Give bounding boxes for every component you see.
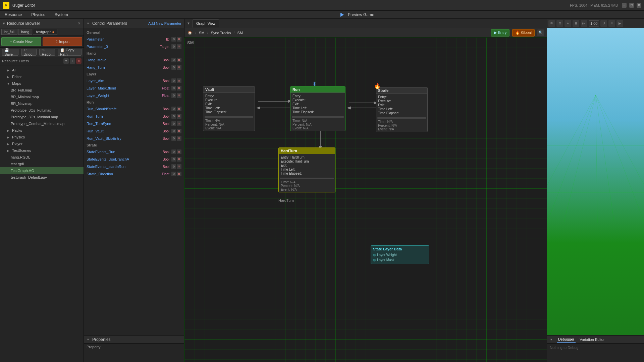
param-name-parameter[interactable]: Parameter bbox=[87, 37, 158, 41]
param-settings-run-shouldstrafe[interactable]: ⚙ bbox=[171, 107, 176, 111]
param-delete-stateevents-run[interactable]: ✕ bbox=[177, 149, 181, 154]
graph-canvas[interactable]: SM ✳ 🔥 Vault Entry: Execute: Exit: Time … bbox=[184, 38, 547, 362]
param-settings-layer-aim[interactable]: ⚙ bbox=[171, 78, 176, 83]
preview-rewind-icon[interactable]: ↺ bbox=[600, 20, 607, 27]
param-settings-layer-maskblend[interactable]: ⚙ bbox=[171, 86, 176, 90]
preview-game-button[interactable]: Preview Game bbox=[335, 11, 382, 19]
param-delete-hang-turn[interactable]: ✕ bbox=[177, 65, 181, 70]
hardturn-node[interactable]: HardTurn Entry: HardTurn Execute: HardTu… bbox=[278, 147, 335, 192]
preview-settings-icon[interactable]: ⚙ bbox=[556, 20, 563, 27]
param-delete-run-vault[interactable]: ✕ bbox=[177, 129, 181, 133]
vault-node[interactable]: Vault Entry: Execute: Exit: Time Left: T… bbox=[203, 86, 255, 131]
tree-item-testgraph-default[interactable]: testgraph_Default.agv bbox=[0, 174, 84, 181]
tree-item-proto-3cs-full[interactable]: Prototype_3Cs_Full.map bbox=[0, 107, 84, 114]
param-name-run-vault[interactable]: Run_Vault bbox=[87, 129, 158, 133]
param-settings-icon-0[interactable]: ⚙ bbox=[171, 44, 176, 49]
param-name-strafe-direction[interactable]: Strafe_Direction bbox=[87, 172, 158, 176]
param-delete-run-shouldstrafe[interactable]: ✕ bbox=[177, 107, 181, 111]
param-delete-strafe-direction[interactable]: ✕ bbox=[177, 172, 181, 176]
save-button[interactable]: 💾 Save bbox=[2, 49, 18, 56]
param-settings-run-vault-skipentry[interactable]: ⚙ bbox=[171, 136, 176, 141]
tree-item-editor[interactable]: ▶ Editor bbox=[0, 73, 84, 80]
tree-item-br-minimal[interactable]: BR_Minimal.map bbox=[0, 94, 84, 100]
param-settings-hang-move[interactable]: ⚙ bbox=[171, 58, 176, 62]
import-button[interactable]: ⇩ Import bbox=[43, 37, 83, 46]
breadcrumb-sm2[interactable]: SM bbox=[237, 31, 243, 35]
breadcrumb-sm1[interactable]: SM bbox=[199, 31, 205, 35]
param-name-run-vault-skipentry[interactable]: Run_Vault_SkipEntry bbox=[87, 136, 158, 140]
tree-item-hang-rgdl[interactable]: hang.RGDL bbox=[0, 154, 84, 161]
param-settings-icon[interactable]: ⚙ bbox=[171, 37, 176, 42]
param-settings-stateevents-usebrancha[interactable]: ⚙ bbox=[171, 157, 176, 162]
tree-item-physics[interactable]: ▶ Physics bbox=[0, 134, 84, 140]
param-name-run-turn[interactable]: Run_Turn bbox=[87, 114, 158, 118]
entry-button[interactable]: ▶ Entry bbox=[491, 29, 509, 37]
param-name-stateevents-startinrun[interactable]: StateEvents_startInRun bbox=[87, 165, 158, 169]
tree-item-maps[interactable]: ▼ Maps bbox=[0, 80, 84, 87]
redo-button[interactable]: ↪ Redo bbox=[39, 49, 55, 56]
copy-path-button[interactable]: 📋 Copy Path bbox=[58, 49, 82, 56]
param-delete-run-vault-skipentry[interactable]: ✕ bbox=[177, 136, 181, 141]
add-param-button[interactable]: Add New Parameter bbox=[148, 21, 181, 25]
tree-item-br-full[interactable]: BR_Full.map bbox=[0, 87, 84, 94]
preview-time-value[interactable]: 1.00 bbox=[589, 20, 599, 26]
param-delete-layer-weight[interactable]: ✕ bbox=[177, 93, 181, 98]
param-delete-layer-aim[interactable]: ✕ bbox=[177, 78, 181, 83]
param-settings-stateevents-run[interactable]: ⚙ bbox=[171, 149, 176, 154]
preview-play2-icon[interactable]: ▶ bbox=[616, 20, 623, 27]
global-button[interactable]: 🔥 Global bbox=[512, 29, 535, 37]
param-settings-run-turnsync[interactable]: ⚙ bbox=[171, 121, 176, 126]
param-name-stateevents-run[interactable]: StateEvents_Run bbox=[87, 150, 158, 154]
preview-pause-icon[interactable]: ⏸ bbox=[573, 20, 579, 27]
param-delete-run-turn[interactable]: ✕ bbox=[177, 114, 181, 119]
tree-item-ai[interactable]: ▶ AI bbox=[0, 67, 84, 73]
param-settings-hang-turn[interactable]: ⚙ bbox=[171, 65, 176, 70]
param-settings-run-vault[interactable]: ⚙ bbox=[171, 129, 176, 133]
param-name-layer-aim[interactable]: Layer_Aim bbox=[87, 79, 158, 83]
param-settings-strafe-direction[interactable]: ⚙ bbox=[171, 172, 176, 176]
state-layer-data-node[interactable]: State Layer Data Layer Weight Layer Mask bbox=[371, 245, 429, 264]
tab-toggle-icon[interactable]: ▼ bbox=[186, 21, 191, 26]
filter-remove-icon[interactable]: × bbox=[76, 58, 82, 64]
filter-add-icon[interactable]: + bbox=[70, 58, 75, 64]
menu-system[interactable]: System bbox=[53, 12, 70, 18]
breadcrumb-sync-tracks[interactable]: Sync Tracks bbox=[211, 31, 231, 35]
param-name-layer-weight[interactable]: Layer_Weight bbox=[87, 94, 158, 98]
param-name-hang-move[interactable]: Hang_Move bbox=[87, 58, 158, 62]
filter-dropdown-icon[interactable]: ▼ bbox=[63, 58, 69, 64]
param-name-hang-turn[interactable]: Hang_Turn bbox=[87, 65, 158, 69]
tree-item-player[interactable]: ▶ Player bbox=[0, 140, 84, 147]
param-name-stateevents-usebrancha[interactable]: StateEvents_UseBranchA bbox=[87, 157, 158, 161]
camera-icon[interactable]: 👁 bbox=[548, 20, 555, 27]
param-delete-run-turnsync[interactable]: ✕ bbox=[177, 121, 181, 126]
tree-item-testscenes[interactable]: ▶ TestScenes bbox=[0, 147, 84, 154]
file-tab-hang[interactable]: hang bbox=[18, 29, 32, 35]
variation-editor-tab[interactable]: Variation Editor bbox=[578, 337, 606, 342]
strafe-node[interactable]: Strafe Entry: Execute: Exit: Time Left: … bbox=[376, 87, 428, 132]
preview-step-icon[interactable]: ⏭ bbox=[581, 20, 587, 27]
tree-item-test-rgdl[interactable]: test.rgdl bbox=[0, 161, 84, 167]
tree-item-proto-combat-min[interactable]: Prototype_Combat_Minimal.map bbox=[0, 120, 84, 127]
param-delete-icon-0[interactable]: ✕ bbox=[177, 44, 181, 49]
menu-resource[interactable]: Resource bbox=[3, 12, 24, 18]
close-button[interactable]: × bbox=[637, 3, 641, 8]
param-delete-stateevents-startinrun[interactable]: ✕ bbox=[177, 164, 181, 169]
tree-item-packs[interactable]: ▶ Packs bbox=[0, 127, 84, 134]
search-button[interactable]: 🔍 bbox=[537, 29, 544, 36]
param-name-run-shouldstrafe[interactable]: Run_ShouldStrafe bbox=[87, 107, 158, 111]
param-name-layer-maskblend[interactable]: Layer_MaskBlend bbox=[87, 86, 158, 90]
param-name-parameter0[interactable]: Parameter_0 bbox=[87, 45, 158, 49]
param-settings-stateevents-startinrun[interactable]: ⚙ bbox=[171, 164, 176, 169]
tab-graph-view[interactable]: Graph View bbox=[193, 19, 219, 27]
param-delete-layer-maskblend[interactable]: ✕ bbox=[177, 86, 181, 90]
param-delete-hang-move[interactable]: ✕ bbox=[177, 58, 181, 62]
param-delete-stateevents-usebrancha[interactable]: ✕ bbox=[177, 157, 181, 162]
tree-item-br-nav[interactable]: BR_Nav.map bbox=[0, 100, 84, 107]
preview-settings2-icon[interactable]: ≡ bbox=[608, 20, 615, 27]
tree-item-testgraph-ag[interactable]: TestGraph.AG bbox=[0, 167, 84, 174]
menu-physics[interactable]: Physics bbox=[29, 12, 47, 18]
param-settings-layer-weight[interactable]: ⚙ bbox=[171, 93, 176, 98]
param-settings-run-turn[interactable]: ⚙ bbox=[171, 114, 176, 119]
minimize-button[interactable]: − bbox=[622, 3, 627, 8]
file-tab-br-full[interactable]: br_full bbox=[1, 29, 17, 35]
